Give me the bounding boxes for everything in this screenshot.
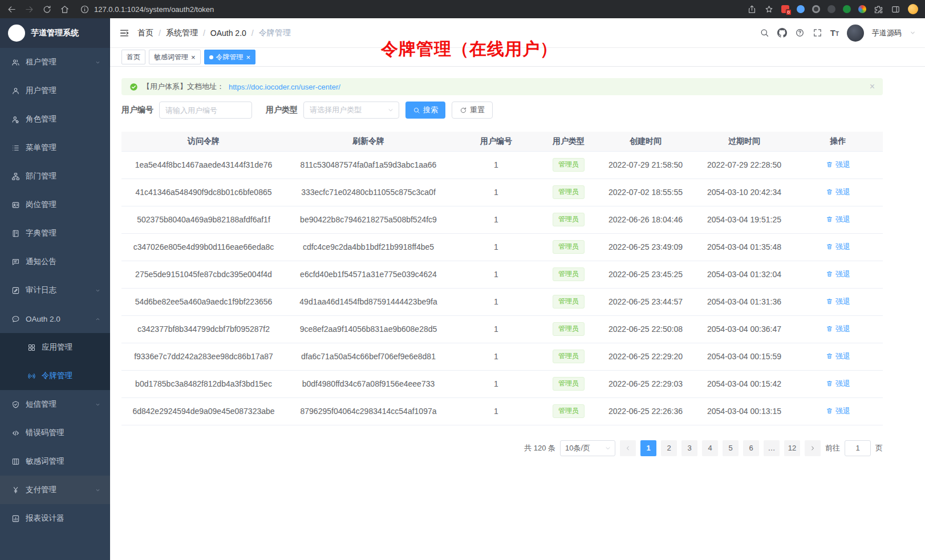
sidebar-item-label: 租户管理 bbox=[26, 57, 89, 67]
sidebar-item-label: 审计日志 bbox=[26, 285, 89, 295]
force-logout-button[interactable]: 强退 bbox=[826, 379, 850, 389]
site-info-icon[interactable] bbox=[80, 5, 90, 14]
extension-icon-multicolor[interactable] bbox=[858, 5, 866, 13]
extension-badge: 0 bbox=[786, 9, 792, 15]
sidebar-item-user-management[interactable]: 用户管理 bbox=[0, 76, 110, 105]
sidebar-item-post-management[interactable]: 岗位管理 bbox=[0, 190, 110, 219]
doc-link[interactable]: https://doc.iocoder.cn/user-center/ bbox=[229, 83, 340, 91]
trash-icon bbox=[826, 352, 833, 360]
force-logout-button[interactable]: 强退 bbox=[826, 406, 850, 416]
active-dot bbox=[209, 55, 213, 59]
user-id-input[interactable] bbox=[159, 102, 252, 119]
chevron-down-icon bbox=[95, 287, 101, 294]
next-page-button[interactable] bbox=[805, 440, 821, 456]
page-button-12[interactable]: 12 bbox=[784, 440, 800, 456]
forward-icon[interactable] bbox=[25, 5, 34, 14]
trash-icon bbox=[826, 188, 833, 196]
reset-button[interactable]: 重置 bbox=[452, 102, 493, 119]
breadcrumb-home[interactable]: 首页 bbox=[137, 28, 153, 38]
table-row: c347026e805e4d99b0d116eae66eda8ccdfc4ce9… bbox=[121, 233, 883, 261]
user-type-select[interactable]: 请选择用户类型 bbox=[303, 102, 399, 119]
sidebar-item-app-management[interactable]: 应用管理 bbox=[0, 333, 110, 362]
tab-token-management[interactable]: 令牌管理× bbox=[204, 50, 256, 64]
page-button-1[interactable]: 1 bbox=[640, 440, 656, 456]
page-size-select[interactable]: 10条/页 bbox=[560, 440, 615, 456]
side-panel-icon[interactable] bbox=[891, 5, 900, 14]
extension-icon-green[interactable] bbox=[843, 5, 851, 13]
browser-profile-avatar[interactable] bbox=[908, 4, 918, 14]
page-ellipsis[interactable]: … bbox=[764, 440, 780, 456]
url-bar[interactable]: 127.0.0.1:1024/system/oauth2/token bbox=[78, 5, 405, 14]
alert-close-icon[interactable]: × bbox=[870, 82, 875, 91]
search-icon[interactable] bbox=[760, 28, 769, 38]
breadcrumb-system[interactable]: 系统管理 bbox=[166, 28, 198, 38]
chevron-down-icon bbox=[605, 445, 611, 452]
force-logout-button[interactable]: 强退 bbox=[826, 351, 850, 362]
font-size-icon[interactable]: TT bbox=[830, 29, 839, 37]
goto-page-input[interactable] bbox=[845, 440, 871, 456]
sidebar-item-role-management[interactable]: 角色管理 bbox=[0, 105, 110, 133]
alert-label: 【用户体系】文档地址： bbox=[143, 82, 224, 92]
page-button-3[interactable]: 3 bbox=[681, 440, 697, 456]
chevron-down-icon[interactable] bbox=[910, 30, 916, 36]
search-icon bbox=[413, 107, 420, 114]
sidebar-toggle-icon[interactable] bbox=[119, 28, 129, 38]
share-icon[interactable] bbox=[747, 5, 757, 14]
sidebar-item-error-code[interactable]: 错误码管理 bbox=[0, 419, 110, 447]
sidebar-item-dict-management[interactable]: 字典管理 bbox=[0, 219, 110, 247]
tab-home[interactable]: 首页 bbox=[121, 50, 145, 64]
sidebar-item-dept-management[interactable]: 部门管理 bbox=[0, 162, 110, 190]
tab-sensitive-word[interactable]: 敏感词管理× bbox=[149, 50, 201, 64]
force-logout-button[interactable]: 强退 bbox=[826, 324, 850, 334]
fullscreen-icon[interactable] bbox=[813, 28, 822, 38]
sidebar-item-audit-log[interactable]: 审计日志 bbox=[0, 276, 110, 305]
force-logout-button[interactable]: 强退 bbox=[826, 269, 850, 279]
back-icon[interactable] bbox=[7, 5, 17, 14]
extension-icon-ring[interactable] bbox=[812, 5, 820, 13]
sidebar-item-notice[interactable]: 通知公告 bbox=[0, 247, 110, 276]
chevron-down-icon bbox=[387, 107, 394, 113]
force-logout-button[interactable]: 强退 bbox=[826, 214, 850, 225]
sidebar-item-tenant-management[interactable]: 租户管理 bbox=[0, 48, 110, 76]
table-row: 275e5de9151045fe87cbdc395e004f4de6cfd40e… bbox=[121, 261, 883, 288]
username[interactable]: 芋道源码 bbox=[872, 28, 902, 38]
sidebar-item-menu-management[interactable]: 菜单管理 bbox=[0, 133, 110, 162]
close-icon[interactable]: × bbox=[191, 54, 196, 61]
extension-icon-red[interactable]: 0 bbox=[781, 5, 789, 13]
page-button-2[interactable]: 2 bbox=[661, 440, 677, 456]
extension-icon-blue[interactable] bbox=[797, 5, 805, 13]
page-button-4[interactable]: 4 bbox=[702, 440, 718, 456]
breadcrumb-oauth[interactable]: OAuth 2.0 bbox=[210, 29, 246, 38]
sidebar: 芋道管理系统 租户管理 用户管理 角色管理 菜单管理 部门管理 bbox=[0, 18, 110, 560]
trash-icon bbox=[826, 243, 833, 250]
force-logout-button[interactable]: 强退 bbox=[826, 242, 850, 252]
trash-icon bbox=[826, 161, 833, 168]
sidebar-item-payment[interactable]: 支付管理 bbox=[0, 476, 110, 504]
close-icon[interactable]: × bbox=[246, 54, 251, 61]
app-logo[interactable]: 芋道管理系统 bbox=[0, 18, 110, 48]
user-avatar[interactable] bbox=[847, 25, 864, 42]
success-check-icon bbox=[129, 83, 138, 91]
page-button-6[interactable]: 6 bbox=[743, 440, 759, 456]
sidebar-item-sensitive-word[interactable]: 敏感词管理 bbox=[0, 447, 110, 476]
help-icon[interactable] bbox=[795, 28, 805, 38]
force-logout-button[interactable]: 强退 bbox=[826, 297, 850, 307]
sidebar-item-label: 岗位管理 bbox=[26, 200, 101, 210]
sidebar-item-sms-management[interactable]: 短信管理 bbox=[0, 390, 110, 419]
puzzle-extensions-icon[interactable] bbox=[874, 5, 883, 14]
force-logout-button[interactable]: 强退 bbox=[826, 160, 850, 170]
sidebar-item-report-designer[interactable]: 报表设计器 bbox=[0, 504, 110, 533]
github-icon[interactable] bbox=[777, 28, 787, 38]
prev-page-button[interactable] bbox=[620, 440, 636, 456]
sidebar-item-token-management[interactable]: 令牌管理 bbox=[0, 362, 110, 390]
search-button[interactable]: 搜索 bbox=[405, 102, 445, 119]
extension-icon-dark[interactable] bbox=[827, 5, 835, 13]
force-logout-button[interactable]: 强退 bbox=[826, 187, 850, 197]
bookmark-star-icon[interactable] bbox=[764, 5, 774, 14]
table-row: b0d1785bc3a8482f812db4a3f3bd15ecb0df4980… bbox=[121, 370, 883, 397]
reload-icon[interactable] bbox=[42, 5, 52, 14]
sidebar-item-oauth[interactable]: OAuth 2.0 bbox=[0, 305, 110, 333]
page-button-5[interactable]: 5 bbox=[723, 440, 739, 456]
home-icon[interactable] bbox=[60, 5, 70, 14]
users-icon bbox=[11, 58, 20, 67]
